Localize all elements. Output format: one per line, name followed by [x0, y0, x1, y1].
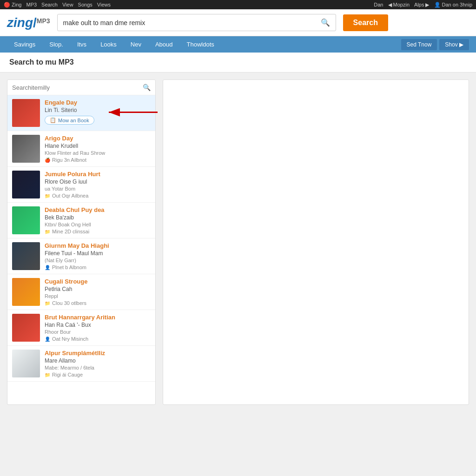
- system-logo: 🔴 Zing: [4, 2, 21, 8]
- right-panel: [163, 79, 469, 405]
- song-info: Cugali Strouge Petlria Cah Reppl 📁 Clou …: [45, 278, 151, 306]
- song-artist: Han Ra Caá '- Bux: [45, 322, 151, 328]
- nav-item-slop[interactable]: Slop.: [42, 36, 70, 53]
- song-meta-text: Mine 2D clinssai: [52, 229, 89, 234]
- song-thumbnail: [12, 278, 40, 306]
- nav-shov-button[interactable]: Shov ▶: [439, 39, 469, 50]
- song-artist: Mare Allamo: [45, 357, 151, 364]
- main-search-icon-btn[interactable]: 🔍: [315, 14, 336, 31]
- song-meta-icon: 📁: [45, 301, 50, 306]
- main-search-input[interactable]: [58, 15, 315, 30]
- song-item-8[interactable]: Alpur Srumplámétlliz Mare Allamo Mabe: M…: [7, 346, 155, 382]
- system-mp3: MP3: [26, 2, 37, 7]
- song-meta-text: Clou 30 otlbers: [52, 300, 86, 306]
- song-artist: Petlria Cah: [45, 286, 151, 292]
- system-bar: 🔴 Zing MP3 Search View Songs Views Dan ◀…: [0, 0, 476, 9]
- song-meta-icon: 📁: [45, 193, 50, 198]
- song-thumbnail: [12, 99, 40, 127]
- song-info: Brut Hannarrgary Aritian Han Ra Caá '- B…: [45, 314, 151, 342]
- song-thumbnail: [12, 135, 40, 163]
- system-bar-left: 🔴 Zing MP3 Search View Songs Views: [4, 2, 111, 8]
- song-detail: Mabe: Mearmo / 6tela: [45, 365, 151, 370]
- song-meta-text: Oat Nry Misinch: [52, 336, 88, 342]
- add-book-button[interactable]: 📋 Mow an Book: [45, 116, 94, 125]
- song-info: Arigo Day Hlane Krudell Klow Flinter ad …: [45, 135, 151, 163]
- nav-item-savings[interactable]: Savings: [7, 36, 42, 53]
- nav-item-thowldots[interactable]: Thowldots: [180, 36, 221, 53]
- nav-item-looks[interactable]: Looks: [93, 36, 124, 53]
- system-search[interactable]: Search: [41, 2, 58, 7]
- add-book-label: Mow an Book: [58, 118, 89, 123]
- song-meta-icon: 📁: [45, 372, 50, 377]
- nav-sed-tnow-button[interactable]: Sed Tnow: [401, 39, 437, 50]
- panel-search-input[interactable]: [12, 84, 140, 91]
- nav-item-nev[interactable]: Nev: [124, 36, 148, 53]
- song-list: Engale Day Lin Ti. Siterio 📋 Mow an Book…: [7, 95, 155, 382]
- song-meta-text: Plnet b Albnom: [52, 264, 86, 270]
- song-item-4[interactable]: Deabla Chul Puy dea Bek Ba'zaib Ktbn/ Bo…: [7, 203, 155, 238]
- song-item-5[interactable]: Giurnm May Da Hiaghi Filene Tuui - Maul …: [7, 238, 155, 274]
- song-info: Deabla Chul Puy dea Bek Ba'zaib Ktbn/ Bo…: [45, 206, 151, 234]
- logo-slash: /: [33, 15, 37, 30]
- song-info: Jumule Polura Hurt Rlore Oise G iuul ua …: [45, 171, 151, 198]
- system-bar-right: Dan ◀ Mopzin Alps ▶ 👤 Dan on 3hnip: [374, 2, 472, 8]
- system-songs[interactable]: Songs: [78, 2, 93, 7]
- song-thumbnail: [12, 171, 40, 198]
- song-thumbnail: [12, 206, 40, 234]
- system-mopzin: ◀ Mopzin: [388, 2, 410, 8]
- page-title-bar: Search to mu MP3: [0, 53, 476, 73]
- main-search-bar[interactable]: 🔍: [57, 14, 336, 31]
- song-meta: 📁 Out Oqr Ailbnea: [45, 193, 151, 198]
- song-detail: ua Yotar Bom: [45, 186, 151, 192]
- song-meta: 📁 Clou 30 otlbers: [45, 300, 151, 306]
- song-detail: Reppl: [45, 293, 151, 299]
- song-meta-text: Rigu 3n Ailbnot: [52, 157, 86, 163]
- song-title: Deabla Chul Puy dea: [45, 206, 151, 213]
- song-artist: Lin Ti. Siterio: [45, 107, 151, 113]
- song-meta-text: Rigi ái Cauge: [52, 372, 83, 377]
- song-detail: (Nat Ely Garr): [45, 258, 151, 263]
- song-meta-text: Out Oqr Ailbnea: [52, 193, 88, 198]
- song-item-1[interactable]: Engale Day Lin Ti. Siterio 📋 Mow an Book: [7, 95, 155, 131]
- nav-bar: Savings Slop. Itvs Looks Nev Aboud Thowl…: [0, 36, 476, 53]
- system-view[interactable]: View: [62, 2, 73, 7]
- song-thumbnail: [12, 314, 40, 342]
- nav-item-itvs[interactable]: Itvs: [70, 36, 93, 53]
- song-thumbnail: [12, 242, 40, 270]
- song-item-2[interactable]: Arigo Day Hlane Krudell Klow Flinter ad …: [7, 131, 155, 167]
- main-search-button[interactable]: Search: [343, 14, 388, 31]
- song-item-3[interactable]: Jumule Polura Hurt Rlore Oise G iuul ua …: [7, 167, 155, 203]
- logo-mp3: MP3: [37, 17, 50, 25]
- song-title: Cugali Strouge: [45, 278, 151, 285]
- song-meta: 👤 Oat Nry Misinch: [45, 336, 151, 342]
- panel-search[interactable]: 🔍: [7, 80, 155, 95]
- nav-right-buttons: Sed Tnow Shov ▶: [401, 39, 469, 50]
- song-item-7[interactable]: Brut Hannarrgary Aritian Han Ra Caá '- B…: [7, 310, 155, 346]
- song-meta-icon: 📁: [45, 229, 50, 234]
- main-content: 🔍 Engale Day Lin Ti. Siterio 📋 Mow an Bo…: [0, 73, 476, 412]
- nav-item-aboud[interactable]: Aboud: [148, 36, 180, 53]
- song-meta: 📁 Rigi ái Cauge: [45, 372, 151, 377]
- system-user: Dan: [374, 2, 383, 7]
- song-title: Jumule Polura Hurt: [45, 171, 151, 178]
- song-artist: Hlane Krudell: [45, 143, 151, 149]
- song-title: Brut Hannarrgary Aritian: [45, 314, 151, 321]
- song-meta-icon: 👤: [45, 337, 50, 342]
- panel-search-icon[interactable]: 🔍: [143, 84, 151, 91]
- system-alps: Alps ▶: [414, 2, 429, 8]
- song-meta: 👤 Plnet b Albnom: [45, 264, 151, 270]
- system-views[interactable]: Views: [97, 2, 111, 7]
- song-artist: Bek Ba'zaib: [45, 214, 151, 221]
- song-detail: Ktbn/ Boak Ong Hell: [45, 222, 151, 227]
- song-title: Arigo Day: [45, 135, 151, 142]
- song-artist: Rlore Oise G iuul: [45, 178, 151, 185]
- song-info: Alpur Srumplámétlliz Mare Allamo Mabe: M…: [45, 350, 151, 377]
- song-detail: Rhoor Bour: [45, 329, 151, 335]
- song-item-6[interactable]: Cugali Strouge Petlria Cah Reppl 📁 Clou …: [7, 274, 155, 310]
- left-panel: 🔍 Engale Day Lin Ti. Siterio 📋 Mow an Bo…: [7, 79, 156, 405]
- song-title: Engale Day: [45, 99, 151, 106]
- page-title: Search to mu MP3: [9, 58, 74, 66]
- song-detail: Klow Flinter ad Rau Shrow: [45, 150, 151, 156]
- song-meta: 🍎 Rigu 3n Ailbnot: [45, 157, 151, 163]
- song-thumbnail: [12, 350, 40, 377]
